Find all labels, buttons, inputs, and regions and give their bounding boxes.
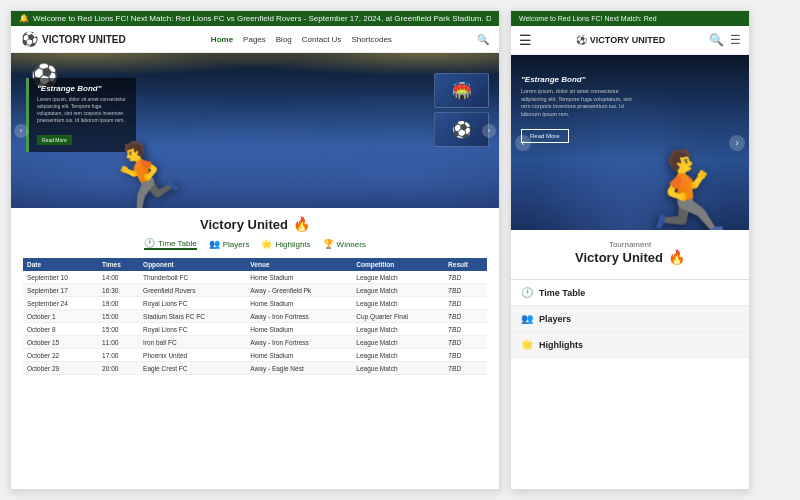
tab-players-label: Players: [223, 240, 250, 249]
hamburger-icon[interactable]: ☰: [519, 32, 532, 48]
hero-prev-button[interactable]: ‹: [14, 124, 28, 138]
desktop-hero: ⚽ "Estrange Bond" Lorem ipsum, dolor sit…: [11, 53, 499, 208]
hero-read-more-button[interactable]: Read More: [37, 135, 72, 145]
cell-result: TBD: [444, 297, 487, 310]
col-opponent: Opponent: [139, 258, 246, 271]
tab-highlights-label: Highlights: [275, 240, 310, 249]
desktop-tabs: 🕐 Time Table 👥 Players 🌟 Highlights 🏆 Wi…: [23, 238, 487, 250]
cell-venue: Away - Iron Fortress: [246, 310, 352, 323]
search-icon[interactable]: 🔍: [477, 34, 489, 45]
desktop-main-content: Victory United 🔥 🕐 Time Table 👥 Players …: [11, 208, 499, 383]
nav-contact[interactable]: Contact Us: [302, 35, 342, 44]
nav-blog[interactable]: Blog: [276, 35, 292, 44]
mobile-top-bar-text: Welcome to Red Lions FC! Next Match: Red: [519, 15, 657, 22]
mobile-clock-icon: 🕐: [521, 287, 533, 298]
cell-time: 19:00: [98, 297, 139, 310]
section-title: Victory United 🔥: [23, 216, 487, 232]
hero-title: "Estrange Bond": [37, 84, 128, 93]
col-result: Result: [444, 258, 487, 271]
mobile-tab-timetable-label: Time Table: [539, 288, 585, 298]
cell-time: 14:00: [98, 271, 139, 284]
cell-time: 20:00: [98, 362, 139, 375]
cell-opponent: Royal Lions FC: [139, 297, 246, 310]
mobile-tabs: 🕐 Time Table 👥 Players 🌟 Highlights: [511, 279, 749, 358]
cell-competition: League Match: [352, 271, 444, 284]
mobile-hero-title: "Estrange Bond": [521, 75, 641, 84]
mobile-logo-text: VICTORY UNITED: [590, 35, 665, 45]
cell-result: TBD: [444, 271, 487, 284]
cell-opponent: Eagle Crest FC: [139, 362, 246, 375]
cell-competition: League Match: [352, 297, 444, 310]
mobile-hero: "Estrange Bond" Lorem ipsum, dolor sit a…: [511, 55, 749, 230]
desktop-preview: 🔔 Welcome to Red Lions FC! Next Match: R…: [10, 10, 500, 490]
cell-opponent: Stadium Stars FC FC: [139, 310, 246, 323]
desktop-nav-icons: 🔍: [477, 34, 489, 45]
table-row: October 22 17:00 Phoenix United Home Sta…: [23, 349, 487, 362]
tab-winners-label: Winners: [337, 240, 366, 249]
tab-players[interactable]: 👥 Players: [209, 238, 250, 250]
schedule-table: Date Times Opponent Venue Competition Re…: [23, 258, 487, 375]
cell-time: 11:00: [98, 336, 139, 349]
hero-thumb-2: ⚽: [434, 112, 489, 147]
cell-date: September 17: [23, 284, 98, 297]
mobile-tab-timetable[interactable]: 🕐 Time Table: [511, 279, 749, 306]
mobile-highlights-icon: 🌟: [521, 339, 533, 350]
mobile-preview: Welcome to Red Lions FC! Next Match: Red…: [510, 10, 750, 490]
mobile-ball-icon: ⚽: [576, 35, 587, 45]
mobile-hero-prev-button[interactable]: ‹: [515, 135, 531, 151]
col-competition: Competition: [352, 258, 444, 271]
nav-shortcodes[interactable]: Shortcodes: [351, 35, 391, 44]
table-row: October 29 20:00 Eagle Crest FC Away - E…: [23, 362, 487, 375]
mobile-tab-highlights[interactable]: 🌟 Highlights: [511, 332, 749, 358]
cell-date: October 1: [23, 310, 98, 323]
ball-icon: ⚽: [21, 31, 38, 47]
cell-opponent: Iron ball FC: [139, 336, 246, 349]
hero-next-button[interactable]: ›: [482, 124, 496, 138]
mobile-section: Tournament Victory United 🔥: [511, 230, 749, 279]
table-row: September 10 14:00 Thunderbolt FC Home S…: [23, 271, 487, 284]
desktop-top-bar: 🔔 Welcome to Red Lions FC! Next Match: R…: [11, 11, 499, 26]
cell-time: 15:00: [98, 310, 139, 323]
mobile-search-icon[interactable]: 🔍: [709, 33, 724, 47]
mobile-nav-icons: 🔍 ☰: [709, 33, 741, 47]
mobile-logo: ⚽ VICTORY UNITED: [538, 35, 703, 45]
cell-venue: Away - Eagle Nest: [246, 362, 352, 375]
cell-opponent: Thunderbolt FC: [139, 271, 246, 284]
mobile-flame-icon: 🔥: [668, 249, 685, 265]
top-bar-text: Welcome to Red Lions FC! Next Match: Red…: [33, 14, 491, 23]
tab-winners[interactable]: 🏆 Winners: [323, 238, 366, 250]
cell-result: TBD: [444, 323, 487, 336]
cell-competition: Cup Quarter Final: [352, 310, 444, 323]
cell-result: TBD: [444, 349, 487, 362]
cell-competition: League Match: [352, 284, 444, 297]
nav-pages[interactable]: Pages: [243, 35, 266, 44]
col-date: Date: [23, 258, 98, 271]
mobile-tab-players[interactable]: 👥 Players: [511, 306, 749, 332]
nav-home[interactable]: Home: [211, 35, 233, 44]
mobile-hero-body: Lorem ipsum, dolor sit amet consectetur …: [521, 88, 641, 119]
cell-opponent: Greenfield Rovers: [139, 284, 246, 297]
tab-highlights[interactable]: 🌟 Highlights: [261, 238, 310, 250]
cell-venue: Home Stadium: [246, 297, 352, 310]
cell-venue: Home Stadium: [246, 349, 352, 362]
mobile-hero-next-button[interactable]: ›: [729, 135, 745, 151]
flame-icon: 🔥: [293, 216, 310, 232]
desktop-nav-links: Home Pages Blog Contact Us Shortcodes: [134, 35, 469, 44]
players-icon: 👥: [209, 239, 220, 249]
cell-result: TBD: [444, 310, 487, 323]
logo-text: VICTORY UNITED: [42, 34, 126, 45]
mobile-section-title: Victory United 🔥: [523, 249, 737, 265]
tournament-label: Tournament: [523, 240, 737, 249]
mobile-menu-icon[interactable]: ☰: [730, 33, 741, 47]
cell-result: TBD: [444, 336, 487, 349]
mobile-title-text: Victory United: [575, 250, 663, 265]
tab-timetable[interactable]: 🕐 Time Table: [144, 238, 197, 250]
mobile-top-bar: Welcome to Red Lions FC! Next Match: Red: [511, 11, 749, 26]
cell-date: October 22: [23, 349, 98, 362]
cell-venue: Away - Iron Fortress: [246, 336, 352, 349]
cell-date: September 10: [23, 271, 98, 284]
cell-date: October 8: [23, 323, 98, 336]
mobile-players-icon: 👥: [521, 313, 533, 324]
cell-opponent: Royal Lions FC: [139, 323, 246, 336]
cell-time: 15:00: [98, 323, 139, 336]
